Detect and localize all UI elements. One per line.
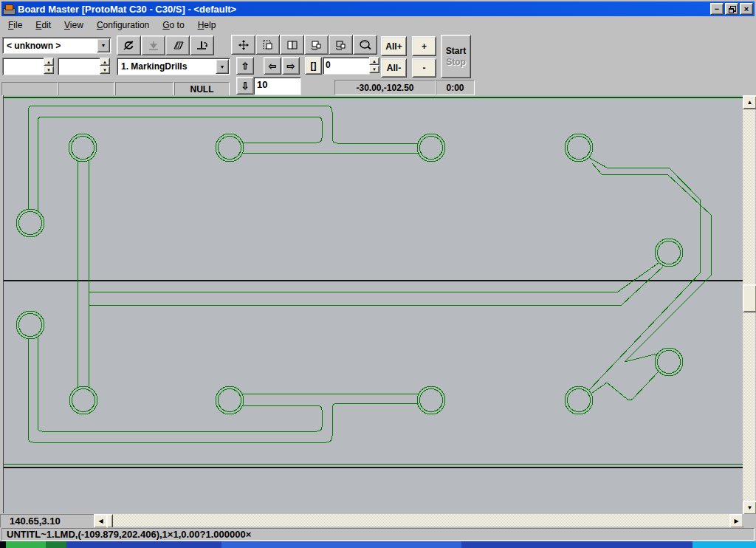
- milling-area-button[interactable]: [165, 35, 190, 55]
- isolation-trace: [89, 267, 663, 305]
- move-down-button[interactable]: ⇩: [236, 77, 254, 95]
- hscroll-thumb[interactable]: [106, 514, 113, 528]
- y-position-field[interactable]: [58, 58, 100, 75]
- toolbar: < unknown > ▼: [0, 32, 756, 95]
- move-right-button[interactable]: ⇨: [282, 57, 300, 75]
- taskbar-segment: [0, 541, 6, 548]
- mirror-view-button[interactable]: [280, 35, 304, 55]
- phase-combobox-value: < unknown >: [3, 41, 96, 51]
- scroll-left-icon: ◀: [98, 518, 103, 524]
- minus-button[interactable]: -: [412, 58, 436, 78]
- pad-circle: [417, 134, 445, 162]
- vscroll-thumb[interactable]: [743, 284, 756, 312]
- count-value: 0: [323, 60, 331, 70]
- menu-item-file[interactable]: File: [1, 18, 29, 32]
- isolation-trace: [607, 371, 659, 400]
- spin-up-icon[interactable]: ▲: [369, 57, 379, 65]
- menu-item-go-to[interactable]: Go to: [156, 18, 190, 32]
- pad-circle: [16, 311, 44, 339]
- board-canvas[interactable]: [3, 95, 744, 513]
- status-cell-2: [58, 82, 114, 96]
- close-button[interactable]: ×: [740, 3, 753, 15]
- pad-circle: [655, 348, 683, 376]
- tool-combobox[interactable]: 1. MarkingDrills ▼: [117, 58, 230, 75]
- vertical-scrollbar[interactable]: ▲ ▼: [743, 95, 755, 513]
- layer-back-icon: [310, 40, 323, 50]
- taskbar-segment: [461, 541, 693, 548]
- left-arrow-icon: ⇦: [269, 61, 277, 72]
- spin-up-icon[interactable]: ▲: [44, 58, 54, 66]
- count-field[interactable]: 0: [323, 57, 370, 75]
- tool-change-button[interactable]: [190, 35, 214, 55]
- pad-circle: [417, 386, 445, 414]
- menu-item-edit[interactable]: Edit: [29, 18, 58, 32]
- menu-item-view[interactable]: View: [58, 18, 90, 32]
- send-to-back-button[interactable]: [304, 35, 329, 55]
- pad-circle: [19, 212, 42, 235]
- all-minus-button[interactable]: All-: [381, 58, 407, 78]
- isolation-trace: [89, 263, 659, 292]
- move-up-button[interactable]: ⇧: [236, 57, 254, 75]
- tool-combobox-value: 1. MarkingDrills: [117, 61, 215, 72]
- scroll-up-icon: ▲: [747, 99, 753, 106]
- isolation-trace: [38, 117, 322, 211]
- restore-button[interactable]: [725, 3, 738, 15]
- plus-button[interactable]: +: [412, 36, 436, 56]
- minimize-button[interactable]: −: [710, 3, 724, 15]
- chevron-down-icon[interactable]: ▼: [216, 59, 229, 74]
- bottom-scroll-row: 140.65,3.10 ◀ ▶: [0, 514, 756, 527]
- y-position-value: [58, 61, 61, 71]
- zoom-button[interactable]: [353, 35, 377, 55]
- taskbar-segment: [46, 541, 66, 548]
- taskbar-segment: [66, 541, 221, 548]
- y-position-spinner[interactable]: ▲ ▼: [100, 58, 110, 74]
- taskbar-segment: [693, 541, 756, 548]
- pad-circle: [219, 137, 241, 160]
- menu-item-help[interactable]: Help: [191, 18, 223, 32]
- start-stop-button[interactable]: Start Stop: [441, 35, 471, 78]
- taskbar-strip: [0, 541, 756, 548]
- pad-circle: [19, 314, 42, 337]
- bring-to-front-button[interactable]: [329, 35, 353, 55]
- stop-label: Stop: [446, 57, 466, 68]
- menu-item-configuration[interactable]: Configuration: [90, 18, 156, 32]
- status-bar: UNTITL~1.LMD,(-109.879,202.406),1×1,0.00…: [0, 527, 756, 541]
- step-value: 10: [254, 79, 267, 90]
- window-title: Board Master [ProtoMat C30 - C30/S] - <d…: [18, 4, 236, 15]
- spin-down-icon[interactable]: ▼: [44, 66, 54, 74]
- scroll-down-button[interactable]: ▼: [743, 501, 756, 515]
- insert-button[interactable]: [141, 35, 165, 55]
- down-arrow-icon: ⇩: [241, 81, 250, 92]
- phase-combobox[interactable]: < unknown > ▼: [2, 37, 111, 54]
- pad-circle: [72, 137, 94, 160]
- pad-circle: [655, 239, 683, 267]
- pad-circle: [568, 137, 591, 160]
- x-position-field[interactable]: [2, 58, 44, 75]
- hscroll-track[interactable]: [94, 514, 742, 527]
- scroll-up-button[interactable]: ▲: [743, 95, 756, 109]
- move-left-button[interactable]: ⇦: [264, 57, 281, 75]
- x-position-spinner[interactable]: ▲ ▼: [44, 58, 54, 74]
- all-plus-button[interactable]: All+: [381, 36, 407, 56]
- select-area-button[interactable]: [255, 35, 280, 55]
- taskbar-segment: [6, 541, 46, 548]
- app-icon[interactable]: [3, 4, 15, 14]
- spin-up-icon[interactable]: ▲: [100, 58, 110, 66]
- rotate-phase-button[interactable]: [117, 35, 141, 55]
- chevron-down-icon[interactable]: ▼: [97, 38, 110, 52]
- select-rect-icon: [262, 39, 274, 51]
- up-arrow-icon: ⇧: [241, 61, 250, 72]
- step-field[interactable]: 10: [253, 77, 301, 95]
- status-cell-1: [1, 82, 58, 96]
- isolation-trace: [588, 157, 700, 390]
- spin-down-icon[interactable]: ▼: [100, 66, 110, 74]
- move-button[interactable]: [231, 35, 255, 55]
- pad-circle: [69, 134, 97, 162]
- spin-down-icon[interactable]: ▼: [369, 65, 379, 73]
- head-position-cell: -30.00,-102.50: [334, 80, 436, 95]
- count-spinner[interactable]: ▲ ▼: [369, 57, 379, 73]
- download-arrow-icon: [148, 41, 159, 51]
- pad-circle: [565, 134, 593, 162]
- x-position-value: [3, 61, 5, 71]
- brackets-button[interactable]: []: [305, 57, 322, 75]
